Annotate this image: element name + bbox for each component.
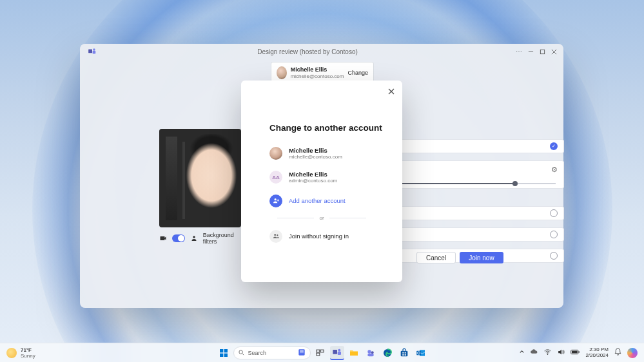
add-account-option[interactable]: Add another account [251, 192, 392, 210]
tray-battery-icon[interactable] [571, 348, 580, 357]
video-preview-column: Background filters [159, 129, 241, 245]
dialog-title: Change to another account [269, 123, 392, 133]
svg-point-12 [277, 234, 278, 236]
tray-wifi-icon[interactable] [543, 348, 552, 357]
radio-icon [550, 209, 558, 217]
search-highlight-icon [297, 348, 306, 358]
person-icon [190, 234, 198, 242]
join-guest-option[interactable]: Join without signing in [251, 227, 392, 245]
search-icon [238, 349, 245, 356]
guest-label: Join without signing in [289, 233, 349, 240]
svg-rect-0 [88, 50, 92, 53]
taskbar-app-explorer[interactable] [347, 346, 361, 360]
svg-point-1 [93, 48, 95, 51]
window-title: Design review (hosted by Contoso) [102, 48, 513, 55]
video-preview [159, 129, 241, 227]
add-person-icon [269, 195, 282, 207]
svg-point-17 [239, 350, 242, 354]
sun-icon [6, 348, 17, 358]
taskbar: 71°F Sunny Search [0, 343, 644, 362]
svg-rect-34 [402, 352, 404, 353]
svg-point-29 [367, 350, 371, 353]
taskbar-app-teams-chat[interactable] [364, 346, 378, 360]
gear-icon: ⚙ [551, 166, 558, 174]
volume-slider[interactable] [399, 183, 556, 184]
svg-rect-4 [540, 50, 544, 53]
svg-rect-37 [404, 354, 405, 356]
svg-rect-44 [579, 351, 580, 353]
svg-rect-23 [320, 350, 324, 352]
more-button[interactable]: ⋯ [513, 46, 525, 57]
audio-option-phone[interactable] [399, 206, 564, 220]
account-option[interactable]: Michelle Ellis michelle@contoso.com [251, 144, 392, 163]
search-placeholder: Search [248, 350, 267, 356]
start-button[interactable] [217, 346, 231, 360]
account-email: michelle@contoso.com [289, 154, 342, 160]
change-account-link[interactable]: Change [347, 70, 368, 76]
tray-chevron-icon[interactable] [519, 349, 525, 356]
account-option[interactable]: AA Michelle Ellis admin@contoso.com [251, 168, 392, 187]
svg-rect-33 [400, 350, 407, 356]
people-icon [269, 230, 282, 243]
tray-onedrive-icon[interactable] [530, 348, 538, 357]
svg-point-26 [338, 348, 340, 351]
taskbar-app-outlook[interactable] [414, 346, 428, 360]
background-filters-link[interactable]: Background filters [203, 232, 241, 245]
account-name: Michelle Ellis [289, 171, 337, 178]
svg-rect-13 [220, 349, 223, 352]
taskbar-app-teams[interactable] [330, 346, 344, 360]
cancel-button[interactable]: Cancel [416, 252, 456, 263]
close-button[interactable] [548, 46, 560, 57]
account-name: Michelle Ellis [289, 147, 342, 154]
check-icon: ✓ [550, 142, 558, 150]
copilot-button[interactable] [627, 348, 638, 358]
taskbar-app-edge[interactable] [380, 346, 395, 360]
camera-icon [159, 234, 167, 242]
radio-icon [550, 252, 558, 260]
svg-rect-43 [572, 351, 578, 354]
minimize-button[interactable] [525, 46, 536, 57]
weather-widget[interactable]: 71°F Sunny [6, 347, 35, 359]
audio-option-computer[interactable]: ✓ [399, 139, 564, 153]
taskbar-search[interactable]: Search [233, 347, 311, 359]
account-email: michelle@contoso.com [291, 73, 344, 80]
dialog-close-button[interactable] [387, 87, 396, 96]
svg-rect-20 [300, 350, 304, 352]
svg-rect-21 [300, 352, 304, 353]
svg-rect-36 [402, 354, 404, 356]
audio-option-room[interactable] [399, 227, 564, 242]
svg-point-11 [274, 234, 276, 236]
weather-condition: Sunny [21, 353, 35, 359]
account-name: Michelle Ellis [291, 66, 344, 73]
or-label: or [319, 215, 324, 221]
teams-app-icon [88, 47, 97, 56]
svg-point-7 [193, 236, 195, 238]
join-now-button[interactable]: Join now [460, 252, 503, 263]
svg-rect-22 [317, 350, 320, 352]
svg-rect-27 [337, 351, 340, 354]
camera-toggle[interactable] [172, 234, 185, 242]
svg-rect-15 [220, 353, 223, 356]
tray-volume-icon[interactable] [557, 348, 565, 357]
task-view-button[interactable] [313, 346, 327, 360]
tray-date: 2/20/2024 [585, 353, 609, 359]
avatar [277, 66, 287, 79]
audio-device-row[interactable]: ⚙ [399, 160, 564, 189]
svg-rect-14 [224, 349, 227, 352]
tray-clock[interactable]: 2:30 PM 2/20/2024 [585, 347, 609, 359]
svg-line-18 [242, 354, 243, 355]
radio-icon [550, 231, 558, 238]
add-account-label: Add another account [289, 197, 346, 204]
device-options: ✓ ⚙ [399, 139, 564, 270]
svg-rect-16 [224, 353, 227, 356]
taskbar-app-store[interactable] [397, 346, 411, 360]
divider: or [277, 215, 366, 221]
change-account-dialog: Change to another account Michelle Ellis… [241, 81, 402, 282]
avatar [269, 147, 282, 160]
avatar-initials: AA [269, 171, 282, 184]
tray-notifications-icon[interactable] [614, 348, 622, 357]
maximize-button[interactable] [536, 46, 548, 57]
svg-rect-28 [350, 352, 358, 356]
svg-rect-35 [404, 352, 405, 353]
svg-point-10 [274, 199, 276, 201]
